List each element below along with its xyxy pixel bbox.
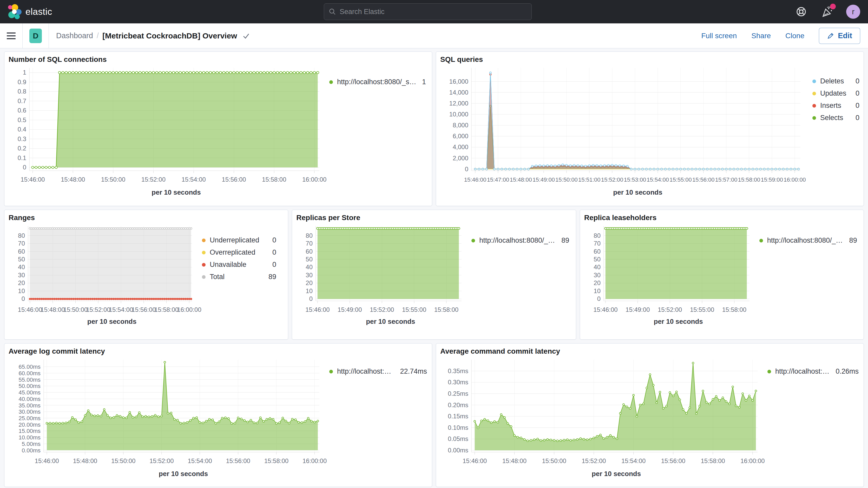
legend-value: 0 xyxy=(267,261,276,269)
legend-value: 0 xyxy=(267,236,276,244)
x-axis-title: per 10 seconds xyxy=(440,470,761,478)
legend-item[interactable]: http://localhost:808...22.74ms xyxy=(329,367,427,375)
svg-text:50.00ms: 50.00ms xyxy=(19,383,40,389)
replicas-per-store-chart[interactable]: 0102030405060708015:46:0015:49:0015:52:0… xyxy=(296,223,465,316)
svg-text:0.35ms: 0.35ms xyxy=(448,367,468,374)
svg-text:15:56:00: 15:56:00 xyxy=(226,457,250,464)
share-button[interactable]: Share xyxy=(751,32,771,40)
brand-text: elastic xyxy=(26,6,52,17)
legend-item[interactable]: Overreplicated0 xyxy=(202,248,276,256)
svg-text:15:58:00: 15:58:00 xyxy=(434,306,458,313)
svg-text:15:46:00: 15:46:00 xyxy=(593,306,618,313)
news-button[interactable] xyxy=(820,5,834,19)
svg-text:0.1: 0.1 xyxy=(18,154,26,161)
svg-text:15:52:00: 15:52:00 xyxy=(149,457,174,464)
svg-text:15:50:00: 15:50:00 xyxy=(111,457,135,464)
panel-title: Number of SQL connections xyxy=(8,55,428,64)
legend-item[interactable]: Unavailable0 xyxy=(202,261,276,269)
clone-button[interactable]: Clone xyxy=(785,32,804,40)
svg-text:55.00ms: 55.00ms xyxy=(19,376,40,383)
legend-label: http://localhost:8080... xyxy=(775,367,830,375)
svg-text:15:58:00: 15:58:00 xyxy=(262,176,286,183)
svg-text:5.00ms: 5.00ms xyxy=(22,441,40,447)
legend-color-dot xyxy=(329,80,333,84)
search-placeholder: Search Elastic xyxy=(340,8,384,16)
legend-value: 0 xyxy=(267,248,276,256)
search-input[interactable]: Search Elastic xyxy=(324,3,532,20)
panel-title: Ranges xyxy=(8,214,284,222)
legend-color-dot xyxy=(812,92,816,95)
legend-item[interactable]: http://localhost:8080/_stat...1 xyxy=(329,78,426,86)
legend-color-dot xyxy=(760,239,763,242)
svg-text:0: 0 xyxy=(23,164,26,171)
svg-text:0.30ms: 0.30ms xyxy=(448,378,468,386)
breadcrumb-dashboard-link[interactable]: Dashboard xyxy=(56,31,93,40)
panel-average-command-commit-latency: Average command commit latency 0.00ms0.0… xyxy=(436,343,864,487)
user-avatar[interactable]: r xyxy=(846,5,860,19)
svg-text:0.00ms: 0.00ms xyxy=(448,447,468,454)
svg-text:0.2: 0.2 xyxy=(18,145,26,152)
badge-letter: D xyxy=(33,31,38,40)
legend-item[interactable]: Deletes0 xyxy=(812,77,860,85)
panel-number-of-sql-connections: Number of SQL connections 00.10.20.30.40… xyxy=(4,52,432,206)
breadcrumb-bar: D Dashboard / [Metricbeat CockroachDB] O… xyxy=(0,23,868,48)
svg-text:40.00ms: 40.00ms xyxy=(19,396,40,402)
svg-text:15:46:00: 15:46:00 xyxy=(306,306,330,313)
svg-text:80: 80 xyxy=(306,232,313,239)
svg-text:15:58:00: 15:58:00 xyxy=(701,457,725,464)
legend-label: Updates xyxy=(820,89,846,97)
full-screen-button[interactable]: Full screen xyxy=(701,32,737,40)
menu-button[interactable] xyxy=(0,23,22,48)
elastic-logo[interactable] xyxy=(7,4,22,20)
svg-text:0.6: 0.6 xyxy=(18,107,26,114)
svg-text:15:56:00: 15:56:00 xyxy=(131,306,156,313)
svg-text:15:58:00: 15:58:00 xyxy=(264,457,288,464)
svg-text:70: 70 xyxy=(306,240,313,247)
legend-item[interactable]: Selects0 xyxy=(812,114,860,122)
svg-text:15.00ms: 15.00ms xyxy=(19,428,40,434)
svg-text:60: 60 xyxy=(306,248,313,255)
svg-text:0.25ms: 0.25ms xyxy=(448,390,468,397)
legend-value: 0 xyxy=(850,89,860,97)
legend-item[interactable]: http://localhost:8080...0.26ms xyxy=(768,367,859,375)
svg-text:70: 70 xyxy=(594,240,600,247)
svg-text:20.00ms: 20.00ms xyxy=(19,422,40,428)
svg-text:15:46:00: 15:46:00 xyxy=(464,177,487,183)
legend-value: 1 xyxy=(417,78,426,86)
chart-legend: http://localhost:8080/_sta...89 xyxy=(753,223,857,326)
svg-text:15:58:00: 15:58:00 xyxy=(738,177,761,183)
svg-text:0.3: 0.3 xyxy=(18,135,26,143)
svg-text:15:48:00: 15:48:00 xyxy=(509,177,532,183)
legend-color-dot xyxy=(812,116,816,120)
sql-queries-chart[interactable]: 02,0004,0006,0008,00010,00012,00014,0001… xyxy=(440,65,804,187)
svg-text:15:53:00: 15:53:00 xyxy=(624,177,646,183)
legend-item[interactable]: Underreplicated0 xyxy=(202,236,276,244)
svg-text:35.00ms: 35.00ms xyxy=(19,402,40,409)
dashboard-app-badge: D xyxy=(29,29,42,43)
svg-text:15:48:00: 15:48:00 xyxy=(40,306,65,313)
legend-item[interactable]: Inserts0 xyxy=(812,101,860,110)
svg-text:4,000: 4,000 xyxy=(453,144,468,150)
svg-text:25.00ms: 25.00ms xyxy=(19,415,40,422)
page-title: [Metricbeat CockroachDB] Overview xyxy=(102,31,237,40)
legend-item[interactable]: Total89 xyxy=(202,273,276,281)
svg-text:6,000: 6,000 xyxy=(453,132,468,140)
svg-text:15:49:00: 15:49:00 xyxy=(625,306,650,313)
x-axis-title: per 10 seconds xyxy=(8,317,196,326)
svg-text:0.9: 0.9 xyxy=(18,79,26,86)
command-commit-latency-chart[interactable]: 0.00ms0.05ms0.10ms0.15ms0.20ms0.25ms0.30… xyxy=(440,357,761,469)
edit-button[interactable]: Edit xyxy=(819,28,860,44)
help-button[interactable] xyxy=(794,5,808,19)
svg-text:80: 80 xyxy=(18,232,25,239)
legend-item[interactable]: http://localhost:8080/_sta...89 xyxy=(760,237,857,245)
legend-value: 89 xyxy=(263,273,276,281)
sql-connections-chart[interactable]: 00.10.20.30.40.50.60.70.80.9115:46:0015:… xyxy=(8,65,323,187)
legend-item[interactable]: Updates0 xyxy=(812,89,860,97)
legend-color-dot xyxy=(202,263,206,267)
ranges-chart[interactable]: 0102030405060708015:46:0015:48:0015:50:0… xyxy=(8,223,196,316)
title-menu-toggle[interactable] xyxy=(242,32,250,40)
chart-legend: http://localhost:8080/_stat...1 xyxy=(323,65,426,196)
replica-leaseholders-chart[interactable]: 0102030405060708015:46:0015:49:0015:52:0… xyxy=(584,223,753,316)
legend-item[interactable]: http://localhost:8080/_sta...89 xyxy=(471,237,569,245)
log-commit-latency-chart[interactable]: 0.00ms5.00ms10.00ms15.00ms20.00ms25.00ms… xyxy=(8,357,323,469)
